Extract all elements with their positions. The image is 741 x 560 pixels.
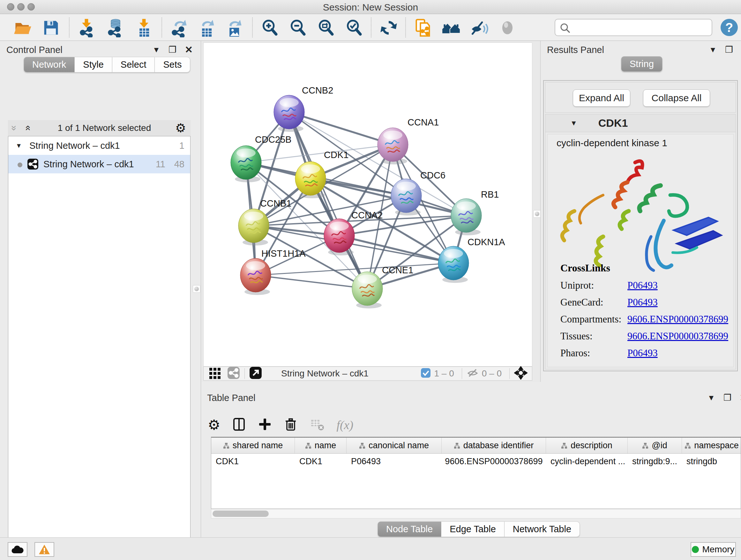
refresh-view-button[interactable] <box>379 18 398 37</box>
show-panel-button[interactable] <box>498 18 517 37</box>
gene-section-header[interactable]: ▼ CDK1 <box>545 114 736 132</box>
table-cell[interactable]: stringdb:9... <box>628 454 682 469</box>
show-columns-icon[interactable] <box>232 417 246 433</box>
export-table-button[interactable] <box>197 18 216 37</box>
expand-all-button[interactable]: Expand All <box>573 89 630 107</box>
edge-CCNB2-CCNE1[interactable] <box>289 112 367 289</box>
edge-HIST1H1A-CCNE1[interactable] <box>256 275 367 289</box>
node-CDKN1A[interactable]: CDKN1A <box>438 237 505 283</box>
collapse-all-icon[interactable]: » <box>9 122 20 134</box>
table-options-gear-icon[interactable]: ⚙ <box>208 418 220 432</box>
column-header-name[interactable]: name <box>295 438 347 453</box>
memory-button[interactable]: Memory <box>690 542 736 557</box>
tab-select[interactable]: Select <box>112 57 155 72</box>
column-header-canonical-name[interactable]: canonical name <box>347 438 442 453</box>
close-panel-icon[interactable]: ✕ <box>185 44 193 55</box>
zoom-in-button[interactable] <box>260 18 280 37</box>
tab-sets[interactable]: Sets <box>155 57 190 72</box>
panel-menu-icon[interactable]: ▼ <box>152 45 160 54</box>
crosslink-value-link[interactable]: P06493 <box>627 348 658 359</box>
tab-edge-table[interactable]: Edge Table <box>441 521 504 537</box>
scrollbar-thumb[interactable] <box>212 510 269 517</box>
hide-panels-button[interactable] <box>470 18 489 37</box>
import-network-database-button[interactable] <box>105 18 125 37</box>
float-panel-icon[interactable]: ❐ <box>724 392 731 403</box>
grid-view-icon[interactable] <box>209 367 221 381</box>
network-graph[interactable]: CCNB2CCNA1CDC25BCDK1CDC6RB1CCNB1CCNA2CDK… <box>204 43 532 366</box>
tab-node-table[interactable]: Node Table <box>378 521 441 537</box>
string-network-icon <box>27 159 39 170</box>
add-column-icon[interactable] <box>258 417 272 433</box>
section-collapse-icon[interactable]: ▼ <box>570 119 577 127</box>
right-splitter-grip[interactable] <box>533 210 541 218</box>
panel-menu-icon[interactable]: ▼ <box>708 393 715 402</box>
column-header-description[interactable]: description <box>546 438 628 453</box>
network-view-share-icon[interactable] <box>227 367 240 381</box>
node-HIST1H1A[interactable]: HIST1H1A <box>240 248 306 295</box>
detach-view-icon[interactable] <box>249 367 262 381</box>
crosslink-value-link[interactable]: P06493 <box>627 297 658 308</box>
network-list-options-gear-icon[interactable]: ⚙ <box>175 122 186 134</box>
control-panel: Control Panel ▼ ❐ ✕ NetworkStyleSelectSe… <box>0 41 201 537</box>
table-cell[interactable]: 9606.ENSP00000378699 <box>442 454 546 469</box>
search-input[interactable] <box>555 19 712 36</box>
table-row[interactable]: CDK1CDK1P064939606.ENSP00000378699cyclin… <box>211 454 741 469</box>
help-button[interactable]: ? <box>721 19 738 36</box>
birdseye-crosshair-icon[interactable] <box>514 366 528 381</box>
column-header-database-identifier[interactable]: database identifier <box>442 438 546 453</box>
table-horizontal-scrollbar[interactable] <box>211 509 741 518</box>
node-CCNE1[interactable]: CCNE1 <box>352 265 413 308</box>
table-cell[interactable]: CDK1 <box>295 454 347 469</box>
collection-expand-icon[interactable]: ▼ <box>8 142 29 149</box>
column-header--id[interactable]: @id <box>628 438 682 453</box>
node-CCNB1[interactable]: CCNB1 <box>239 198 291 246</box>
left-splitter-grip[interactable] <box>193 285 200 293</box>
network-list: ▼ String Network – cdk1 1 String Network… <box>8 136 191 560</box>
table-cell[interactable]: P06493 <box>347 454 442 469</box>
selected-checkbox-icon[interactable] <box>421 368 431 379</box>
node-RB1[interactable]: RB1 <box>451 189 499 235</box>
network-row-selected[interactable]: String Network – cdk1 11 48 <box>8 155 190 173</box>
float-panel-icon[interactable]: ❐ <box>169 44 177 55</box>
tab-string[interactable]: String <box>621 56 663 72</box>
column-header-shared-name[interactable]: shared name <box>211 438 295 453</box>
share-document-button[interactable] <box>414 18 433 37</box>
float-panel-icon[interactable]: ❐ <box>725 44 733 55</box>
zoom-out-button[interactable] <box>288 18 308 37</box>
crosslink-row: Compartments:9606.ENSP00000378699 <box>560 314 728 325</box>
node-CCNB2[interactable]: CCNB2 <box>274 85 333 132</box>
import-table-file-button[interactable] <box>134 18 153 37</box>
save-session-button[interactable] <box>42 18 61 37</box>
results-panel-tabs: String <box>621 56 663 72</box>
network-collection-row[interactable]: ▼ String Network – cdk1 1 <box>8 136 190 155</box>
close-panel-icon[interactable]: ✕ <box>740 392 741 403</box>
delete-column-icon[interactable] <box>283 417 298 433</box>
export-network-button[interactable] <box>169 18 188 37</box>
column-type-icon <box>223 442 229 449</box>
open-session-button[interactable] <box>13 18 32 37</box>
crosslink-value-link[interactable]: P06493 <box>627 280 658 291</box>
tab-network-table[interactable]: Network Table <box>504 521 580 537</box>
expand-all-icon[interactable]: » <box>22 122 32 134</box>
crosslink-value-link[interactable]: 9606.ENSP00000378699 <box>627 314 728 325</box>
table-cell[interactable]: stringdb <box>682 454 741 469</box>
table-cell[interactable]: cyclin-dependent ... <box>546 454 628 469</box>
tab-style[interactable]: Style <box>75 57 112 72</box>
zoom-fit-button[interactable] <box>317 18 336 37</box>
panel-menu-icon[interactable]: ▼ <box>709 45 717 54</box>
import-network-file-button[interactable] <box>77 18 96 37</box>
collapse-all-button[interactable]: Collapse All <box>643 89 710 107</box>
network-canvas[interactable]: CCNB2CCNA1CDC25BCDK1CDC6RB1CCNB1CCNA2CDK… <box>203 43 532 367</box>
table-cell[interactable]: CDK1 <box>211 454 295 469</box>
zoom-selected-button[interactable] <box>345 18 364 37</box>
cloud-status-button[interactable] <box>8 542 27 557</box>
export-image-button[interactable] <box>224 18 243 37</box>
hidden-eye-icon[interactable] <box>467 367 479 380</box>
node-CCNA1[interactable]: CCNA1 <box>378 117 439 165</box>
column-header-namespace[interactable]: namespace <box>682 438 741 453</box>
warnings-button[interactable] <box>35 542 54 557</box>
tab-network[interactable]: Network <box>23 57 75 72</box>
home-button[interactable] <box>442 18 461 37</box>
edge-CCNB2-CCNA1[interactable] <box>289 112 393 145</box>
crosslink-value-link[interactable]: 9606.ENSP00000378699 <box>627 330 728 342</box>
